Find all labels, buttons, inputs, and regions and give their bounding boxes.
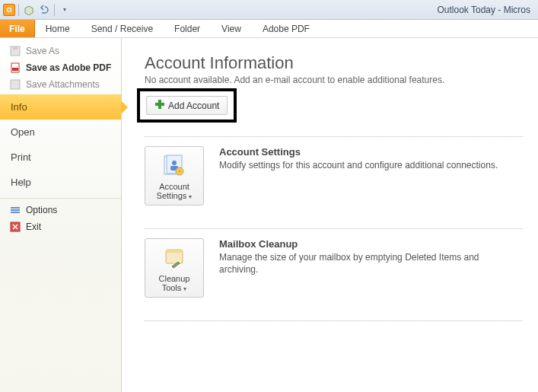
attach-icon [9, 78, 21, 91]
account-settings-button[interactable]: Account Settings ▾ [145, 146, 204, 206]
svg-rect-5 [11, 207, 20, 209]
nav-open[interactable]: Open [0, 120, 121, 145]
qat-separator [18, 4, 19, 16]
nav-exit[interactable]: Exit [0, 218, 121, 235]
separator-dots [145, 320, 523, 321]
cleanup-tools-button[interactable]: Cleanup Tools ▾ [145, 238, 204, 298]
menu-save-as-adobe-pdf[interactable]: Save as Adobe PDF [0, 59, 121, 76]
pdf-icon [9, 62, 21, 74]
tab-file[interactable]: File [0, 20, 35, 37]
add-account-label: Add Account [168, 100, 219, 111]
tab-view[interactable]: View [211, 20, 252, 37]
section-title: Mailbox Cleanup [219, 238, 508, 250]
sidebar-separator [0, 198, 121, 199]
svg-rect-4 [11, 80, 20, 89]
add-account-button[interactable]: Add Account [146, 96, 228, 115]
svg-point-13 [172, 161, 177, 165]
backstage-sidebar: Save As Save as Adobe PDF Save Attachmen… [0, 38, 122, 392]
outlook-app-icon[interactable]: O [3, 4, 15, 16]
mailbox-cleanup-text: Mailbox Cleanup Manage the size of your … [219, 238, 508, 298]
menu-label: Exit [26, 221, 41, 232]
svg-point-16 [179, 171, 181, 173]
button-label: Account Settings [157, 182, 189, 200]
section-desc: Modify settings for this account and con… [219, 159, 498, 171]
account-settings-text: Account Settings Modify settings for thi… [219, 146, 498, 206]
plus-icon [154, 99, 165, 112]
tab-adobe-pdf[interactable]: Adobe PDF [252, 20, 320, 37]
qat-customize-icon[interactable]: ▾ [58, 3, 72, 17]
mailbox-cleanup-block: Cleanup Tools ▾ Mailbox Cleanup Manage t… [145, 229, 538, 307]
ribbon-tabs: File Home Send / Receive Folder View Ado… [0, 20, 538, 38]
add-account-highlight: Add Account [137, 88, 237, 123]
page-title: Account Information [145, 53, 538, 73]
section-desc: Manage the size of your mailbox by empty… [219, 251, 508, 276]
svg-rect-3 [12, 68, 18, 71]
file-menu-section: Save As Save as Adobe PDF Save Attachmen… [0, 38, 121, 94]
svg-rect-1 [13, 46, 18, 49]
exit-icon [9, 221, 21, 233]
tab-send-receive[interactable]: Send / Receive [81, 20, 164, 37]
window-title: Outlook Today - Micros [72, 5, 535, 15]
cleanup-tools-icon [161, 245, 187, 271]
nav-options[interactable]: Options [0, 202, 121, 218]
undo-qat-icon[interactable] [37, 3, 51, 17]
backstage-main: Save As Save as Adobe PDF Save Attachmen… [0, 38, 538, 392]
menu-label: Save As [26, 46, 59, 56]
options-icon [9, 204, 21, 216]
save-icon [9, 45, 21, 57]
menu-save-attachments: Save Attachments [0, 76, 121, 93]
menu-label: Save Attachments [26, 79, 100, 90]
svg-rect-10 [155, 103, 164, 106]
svg-rect-7 [11, 212, 20, 213]
svg-rect-6 [11, 209, 20, 211]
nav-info[interactable]: Info [0, 94, 121, 120]
send-receive-qat-icon[interactable] [22, 3, 36, 17]
backstage-content: Account Information No account available… [122, 38, 538, 392]
chevron-down-icon: ▾ [183, 285, 186, 292]
tab-home[interactable]: Home [35, 20, 81, 37]
qat-separator [54, 4, 55, 16]
menu-label: Options [26, 205, 57, 215]
tab-folder[interactable]: Folder [164, 20, 211, 37]
page-subtext: No account available. Add an e-mail acco… [145, 75, 538, 85]
nav-help[interactable]: Help [0, 170, 121, 195]
nav-print[interactable]: Print [0, 145, 121, 170]
quick-access-toolbar: O ▾ [3, 3, 72, 17]
chevron-down-icon: ▾ [189, 193, 192, 200]
svg-rect-18 [166, 250, 183, 253]
menu-save-as: Save As [0, 43, 121, 59]
account-settings-block: Account Settings ▾ Account Settings Modi… [145, 137, 538, 215]
menu-label: Save as Adobe PDF [26, 62, 111, 73]
account-settings-icon [161, 153, 187, 179]
title-bar: O ▾ Outlook Today - Micros [0, 0, 538, 20]
section-title: Account Settings [219, 146, 498, 158]
